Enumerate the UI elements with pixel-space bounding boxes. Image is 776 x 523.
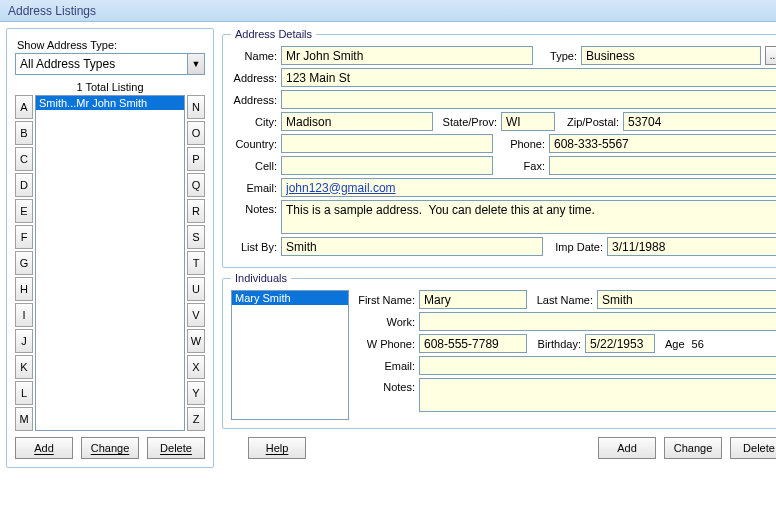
zip-label: Zip/Postal: — [559, 116, 619, 128]
alpha-button-v[interactable]: V — [187, 303, 205, 327]
alpha-button-n[interactable]: N — [187, 95, 205, 119]
address1-field[interactable] — [281, 68, 776, 87]
email-label: Email: — [231, 182, 277, 194]
birthday-field[interactable] — [585, 334, 655, 353]
alpha-button-i[interactable]: I — [15, 303, 33, 327]
notes-field[interactable] — [281, 200, 776, 234]
zip-field[interactable] — [623, 112, 776, 131]
listings-delete-button[interactable]: Delete — [147, 437, 205, 459]
listings-add-button[interactable]: Add — [15, 437, 73, 459]
alpha-button-l[interactable]: L — [15, 381, 33, 405]
alpha-nav-wrap: ABCDEFGHIJKLM Smith...Mr John Smith NOPQ… — [15, 95, 205, 431]
alpha-button-a[interactable]: A — [15, 95, 33, 119]
indiv-email-field[interactable] — [419, 356, 776, 375]
listings-group: Show Address Type: ▼ 1 Total Listing ABC… — [6, 28, 214, 468]
indiv-email-label: Email: — [355, 360, 415, 372]
chevron-down-icon: ▼ — [192, 60, 201, 69]
address-details-group: Address Details Name: Type: ... Address:… — [222, 28, 776, 268]
address-type-combo[interactable]: ▼ — [15, 53, 205, 75]
alpha-button-q[interactable]: Q — [187, 173, 205, 197]
age-label: Age — [665, 338, 685, 350]
alpha-button-m[interactable]: M — [15, 407, 33, 431]
stateprov-field[interactable] — [501, 112, 555, 131]
alpha-button-d[interactable]: D — [15, 173, 33, 197]
alpha-button-r[interactable]: R — [187, 199, 205, 223]
listing-item-selected[interactable]: Smith...Mr John Smith — [36, 96, 184, 110]
city-field[interactable] — [281, 112, 433, 131]
show-type-label: Show Address Type: — [17, 39, 205, 51]
impdate-label: Imp Date: — [547, 241, 603, 253]
address-type-input[interactable] — [15, 53, 187, 75]
alpha-button-k[interactable]: K — [15, 355, 33, 379]
name-label: Name: — [231, 50, 277, 62]
address-details-legend: Address Details — [231, 28, 316, 40]
type-picker-button[interactable]: ... — [765, 46, 776, 65]
individuals-group: Individuals Mary Smith First Name: Last … — [222, 272, 776, 429]
name-field[interactable] — [281, 46, 533, 65]
notes-label: Notes: — [231, 200, 277, 215]
alpha-col-left: ABCDEFGHIJKLM — [15, 95, 33, 431]
address-type-dropdown-button[interactable]: ▼ — [187, 53, 205, 75]
alpha-button-w[interactable]: W — [187, 329, 205, 353]
wphone-field[interactable] — [419, 334, 527, 353]
wphone-label: W Phone: — [355, 338, 415, 350]
individuals-legend: Individuals — [231, 272, 291, 284]
alpha-button-e[interactable]: E — [15, 199, 33, 223]
alpha-button-p[interactable]: P — [187, 147, 205, 171]
help-button[interactable]: Help — [248, 437, 306, 459]
total-listings-label: 1 Total Listing — [15, 81, 205, 93]
indiv-change-button[interactable]: Change — [664, 437, 722, 459]
alpha-button-j[interactable]: J — [15, 329, 33, 353]
alpha-button-h[interactable]: H — [15, 277, 33, 301]
alpha-button-s[interactable]: S — [187, 225, 205, 249]
impdate-field[interactable] — [607, 237, 776, 256]
individuals-list[interactable]: Mary Smith — [231, 290, 349, 420]
work-field[interactable] — [419, 312, 776, 331]
country-label: Country: — [231, 138, 277, 150]
details-pane: Address Details Name: Type: ... Address:… — [222, 28, 776, 468]
age-value: 56 — [692, 338, 704, 350]
listings-button-row: Add Change Delete — [15, 437, 205, 459]
alpha-button-b[interactable]: B — [15, 121, 33, 145]
listings-box[interactable]: Smith...Mr John Smith — [35, 95, 185, 431]
alpha-button-u[interactable]: U — [187, 277, 205, 301]
alpha-button-f[interactable]: F — [15, 225, 33, 249]
fax-field[interactable] — [549, 156, 776, 175]
individual-fields: First Name: Last Name: Work: W Phone: Bi… — [355, 290, 776, 420]
cell-label: Cell: — [231, 160, 277, 172]
indiv-notes-field[interactable] — [419, 378, 776, 412]
alpha-button-t[interactable]: T — [187, 251, 205, 275]
listings-pane: Show Address Type: ▼ 1 Total Listing ABC… — [6, 28, 214, 468]
indiv-add-button[interactable]: Add — [598, 437, 656, 459]
firstname-label: First Name: — [355, 294, 415, 306]
fax-label: Fax: — [497, 160, 545, 172]
alpha-button-c[interactable]: C — [15, 147, 33, 171]
phone-label: Phone: — [497, 138, 545, 150]
country-field[interactable] — [281, 134, 493, 153]
type-label: Type: — [537, 50, 577, 62]
listby-field[interactable] — [281, 237, 543, 256]
email-field[interactable] — [281, 178, 776, 197]
lastname-field[interactable] — [597, 290, 776, 309]
window-title: Address Listings — [8, 4, 96, 18]
address2-field[interactable] — [281, 90, 776, 109]
alpha-button-y[interactable]: Y — [187, 381, 205, 405]
type-field[interactable] — [581, 46, 761, 65]
firstname-field[interactable] — [419, 290, 527, 309]
content-area: Show Address Type: ▼ 1 Total Listing ABC… — [0, 22, 776, 474]
indiv-delete-button[interactable]: Delete — [730, 437, 776, 459]
city-label: City: — [231, 116, 277, 128]
alpha-button-x[interactable]: X — [187, 355, 205, 379]
alpha-col-right: NOPQRSTUVWXYZ — [187, 95, 205, 431]
birthday-label: Birthday: — [531, 338, 581, 350]
footer-row: Help Add Change Delete — [222, 437, 776, 459]
alpha-button-g[interactable]: G — [15, 251, 33, 275]
individual-item-selected[interactable]: Mary Smith — [232, 291, 348, 305]
cell-field[interactable] — [281, 156, 493, 175]
alpha-button-z[interactable]: Z — [187, 407, 205, 431]
lastname-label: Last Name: — [531, 294, 593, 306]
phone-field[interactable] — [549, 134, 776, 153]
alpha-button-o[interactable]: O — [187, 121, 205, 145]
listings-change-button[interactable]: Change — [81, 437, 139, 459]
work-label: Work: — [355, 316, 415, 328]
